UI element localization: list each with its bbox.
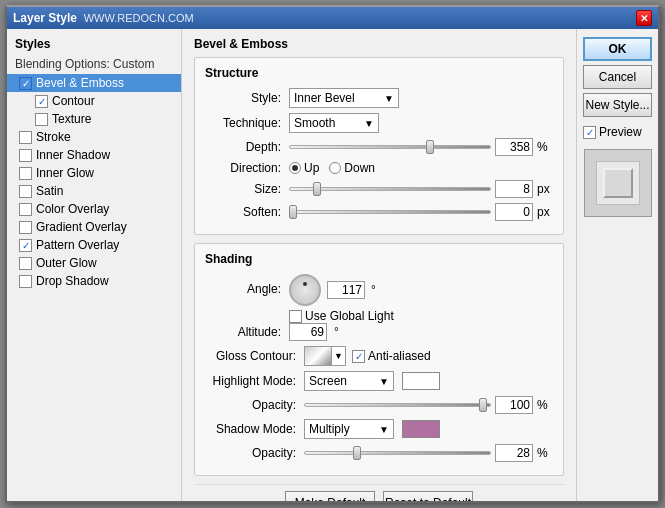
highlight-opacity-thumb[interactable]	[479, 398, 487, 412]
angle-label: Angle:	[205, 274, 285, 296]
preview-checkbox[interactable]: ✓	[583, 126, 596, 139]
gloss-contour-preview[interactable]	[304, 346, 332, 366]
direction-up-item[interactable]: Up	[289, 161, 319, 175]
shading-title: Shading	[205, 252, 553, 266]
structure-title: Structure	[205, 66, 553, 80]
angle-wheel[interactable]	[289, 274, 321, 306]
ok-button[interactable]: OK	[583, 37, 652, 61]
angle-dot	[303, 282, 307, 286]
gloss-contour-dropdown-arrow[interactable]: ▼	[332, 346, 346, 366]
shadow-opacity-slider[interactable]	[304, 445, 491, 461]
shadow-opacity-thumb[interactable]	[353, 446, 361, 460]
angle-row: Angle: ° Use Global Light	[205, 274, 553, 323]
gradient-overlay-label: Gradient Overlay	[36, 220, 127, 234]
use-global-light-checkbox[interactable]	[289, 310, 302, 323]
depth-slider[interactable]	[289, 139, 491, 155]
preview-inner	[596, 161, 640, 205]
shadow-mode-dropdown[interactable]: Multiply ▼	[304, 419, 394, 439]
outer-glow-label: Outer Glow	[36, 256, 97, 270]
window-title: Layer Style WWW.REDOCN.COM	[13, 11, 194, 25]
style-dropdown[interactable]: Inner Bevel ▼	[289, 88, 399, 108]
sidebar-item-drop-shadow[interactable]: Drop Shadow	[7, 272, 181, 290]
shadow-opacity-input[interactable]	[495, 444, 533, 462]
bevel-emboss-checkbox[interactable]: ✓	[19, 77, 32, 90]
shadow-opacity-track	[304, 451, 491, 455]
highlight-opacity-slider[interactable]	[304, 397, 491, 413]
technique-row: Technique: Smooth ▼	[205, 113, 553, 133]
title-bar: Layer Style WWW.REDOCN.COM ✕	[7, 7, 658, 29]
sidebar-item-texture[interactable]: Texture	[7, 110, 181, 128]
direction-radio-group: Up Down	[289, 161, 375, 175]
shadow-color-swatch[interactable]	[402, 420, 440, 438]
depth-slider-track	[289, 145, 491, 149]
sidebar-item-outer-glow[interactable]: Outer Glow	[7, 254, 181, 272]
soften-row: Soften: px	[205, 203, 553, 221]
close-button[interactable]: ✕	[636, 10, 652, 26]
gradient-overlay-checkbox[interactable]	[19, 221, 32, 234]
direction-up-radio[interactable]	[289, 162, 301, 174]
direction-up-label: Up	[304, 161, 319, 175]
angle-input[interactable]	[327, 281, 365, 299]
style-dropdown-arrow: ▼	[378, 93, 394, 104]
color-overlay-label: Color Overlay	[36, 202, 109, 216]
stroke-checkbox[interactable]	[19, 131, 32, 144]
make-default-button[interactable]: Make Default	[285, 491, 375, 501]
sidebar-item-gradient-overlay[interactable]: Gradient Overlay	[7, 218, 181, 236]
sidebar-item-bevel-emboss[interactable]: ✓ Bevel & Emboss	[7, 74, 181, 92]
highlight-opacity-row: Opacity: %	[205, 396, 553, 414]
highlight-mode-dropdown[interactable]: Screen ▼	[304, 371, 394, 391]
gloss-contour-label: Gloss Contour:	[205, 349, 300, 363]
pattern-overlay-label: Pattern Overlay	[36, 238, 119, 252]
new-style-button[interactable]: New Style...	[583, 93, 652, 117]
size-input[interactable]	[495, 180, 533, 198]
use-global-light-check[interactable]: Use Global Light	[289, 309, 394, 323]
gloss-contour-row: Gloss Contour: ▼ ✓ Anti-aliased	[205, 346, 553, 366]
highlight-opacity-unit: %	[537, 398, 553, 412]
sidebar-item-inner-glow[interactable]: Inner Glow	[7, 164, 181, 182]
direction-down-radio[interactable]	[329, 162, 341, 174]
drop-shadow-checkbox[interactable]	[19, 275, 32, 288]
size-slider[interactable]	[289, 181, 491, 197]
direction-label: Direction:	[205, 161, 285, 175]
size-label: Size:	[205, 182, 285, 196]
drop-shadow-label: Drop Shadow	[36, 274, 109, 288]
anti-aliased-check[interactable]: ✓ Anti-aliased	[352, 349, 431, 363]
shadow-opacity-unit: %	[537, 446, 553, 460]
soften-slider[interactable]	[289, 204, 491, 220]
middle-panel: Bevel & Emboss Structure Style: Inner Be…	[182, 29, 576, 501]
sidebar-item-contour[interactable]: ✓ Contour	[7, 92, 181, 110]
sidebar-item-stroke[interactable]: Stroke	[7, 128, 181, 146]
color-overlay-checkbox[interactable]	[19, 203, 32, 216]
shading-section: Shading Angle: °	[194, 243, 564, 476]
satin-checkbox[interactable]	[19, 185, 32, 198]
contour-checkbox[interactable]: ✓	[35, 95, 48, 108]
depth-input[interactable]	[495, 138, 533, 156]
highlight-opacity-input[interactable]	[495, 396, 533, 414]
sidebar-item-inner-shadow[interactable]: Inner Shadow	[7, 146, 181, 164]
texture-checkbox[interactable]	[35, 113, 48, 126]
anti-aliased-checkbox[interactable]: ✓	[352, 350, 365, 363]
altitude-input[interactable]	[289, 323, 327, 341]
soften-input[interactable]	[495, 203, 533, 221]
preview-check-row: ✓ Preview	[583, 125, 652, 139]
styles-heading: Styles	[7, 35, 181, 55]
size-slider-thumb[interactable]	[313, 182, 321, 196]
soften-slider-thumb[interactable]	[289, 205, 297, 219]
right-panel: OK Cancel New Style... ✓ Preview	[576, 29, 658, 501]
outer-glow-checkbox[interactable]	[19, 257, 32, 270]
technique-dropdown[interactable]: Smooth ▼	[289, 113, 379, 133]
highlight-color-swatch[interactable]	[402, 372, 440, 390]
depth-slider-thumb[interactable]	[426, 140, 434, 154]
technique-label: Technique:	[205, 116, 285, 130]
main-section-title: Bevel & Emboss	[194, 37, 564, 51]
sidebar-item-satin[interactable]: Satin	[7, 182, 181, 200]
soften-unit: px	[537, 205, 553, 219]
cancel-button[interactable]: Cancel	[583, 65, 652, 89]
inner-shadow-checkbox[interactable]	[19, 149, 32, 162]
inner-glow-checkbox[interactable]	[19, 167, 32, 180]
sidebar-item-pattern-overlay[interactable]: ✓ Pattern Overlay	[7, 236, 181, 254]
reset-to-default-button[interactable]: Reset to Default	[383, 491, 473, 501]
sidebar-item-color-overlay[interactable]: Color Overlay	[7, 200, 181, 218]
direction-down-item[interactable]: Down	[329, 161, 375, 175]
pattern-overlay-checkbox[interactable]: ✓	[19, 239, 32, 252]
